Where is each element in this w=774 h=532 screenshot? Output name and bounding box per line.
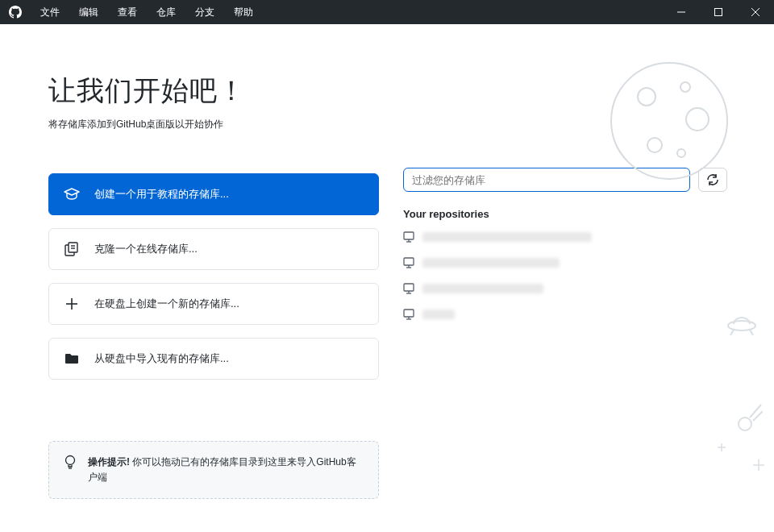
action-label: 在硬盘上创建一个新的存储库... — [94, 297, 239, 311]
add-existing-repo-button[interactable]: 从硬盘中导入现有的存储库... — [48, 338, 379, 380]
maximize-button[interactable] — [700, 0, 737, 24]
menu-branch[interactable]: 分支 — [185, 6, 224, 19]
svg-rect-5 — [69, 243, 77, 252]
moon-illustration-icon — [605, 56, 734, 185]
plus-icon — [64, 297, 80, 310]
svg-rect-18 — [404, 232, 414, 239]
menu-view[interactable]: 查看 — [108, 6, 147, 19]
comet-icon — [734, 401, 763, 434]
desktop-icon — [403, 283, 414, 294]
svg-point-17 — [677, 149, 685, 157]
clone-icon — [64, 242, 80, 256]
desktop-icon — [403, 257, 414, 268]
lightbulb-icon — [64, 455, 77, 485]
menu-help[interactable]: 帮助 — [224, 6, 263, 19]
action-label: 从硬盘中导入现有的存储库... — [94, 351, 229, 366]
svg-point-15 — [686, 108, 709, 131]
github-logo-icon — [0, 6, 31, 19]
action-label: 克隆一个在线存储库... — [94, 242, 198, 256]
svg-point-12 — [611, 63, 727, 179]
mortarboard-icon — [64, 188, 80, 201]
repos-heading: Your repositories — [403, 208, 727, 220]
repo-list — [403, 228, 727, 323]
svg-rect-27 — [404, 310, 414, 317]
svg-point-30 — [728, 321, 755, 330]
menu-file[interactable]: 文件 — [31, 6, 69, 19]
repo-item[interactable] — [403, 280, 727, 297]
svg-point-10 — [66, 456, 75, 465]
minimize-button[interactable] — [663, 0, 700, 24]
page-title: 让我们开始吧！ — [48, 73, 379, 110]
svg-point-33 — [739, 418, 751, 430]
repo-name-redacted — [422, 284, 543, 293]
star-icon — [753, 459, 764, 471]
desktop-icon — [403, 231, 414, 243]
repo-item[interactable] — [403, 254, 727, 272]
clone-repo-button[interactable]: 克隆一个在线存储库... — [48, 228, 379, 270]
close-button[interactable] — [737, 0, 774, 24]
svg-rect-1 — [715, 9, 722, 16]
menu-repository[interactable]: 仓库 — [147, 6, 185, 19]
folder-icon — [64, 353, 80, 364]
svg-point-13 — [638, 88, 655, 106]
repo-item[interactable] — [403, 305, 727, 323]
svg-point-16 — [647, 138, 662, 152]
repo-name-redacted — [422, 232, 592, 242]
repo-item[interactable] — [403, 228, 727, 246]
action-label: 创建一个用于教程的存储库... — [94, 187, 229, 202]
svg-point-14 — [680, 82, 690, 92]
page-subtitle: 将存储库添加到GitHub桌面版以开始协作 — [48, 118, 379, 131]
repo-name-redacted — [422, 310, 455, 319]
app-menu: 文件 编辑 查看 仓库 分支 帮助 — [31, 6, 263, 19]
svg-line-34 — [750, 405, 761, 418]
titlebar: 文件 编辑 查看 仓库 分支 帮助 — [0, 0, 774, 24]
svg-line-32 — [750, 330, 753, 335]
pro-tip-box: 操作提示! 你可以拖动已有的存储库目录到这里来导入GitHub客户端 — [48, 441, 379, 499]
ufo-icon — [726, 308, 758, 337]
star-icon — [718, 443, 726, 451]
repo-name-redacted — [422, 258, 560, 268]
svg-line-31 — [730, 330, 734, 335]
window-controls — [663, 0, 774, 24]
create-new-repo-button[interactable]: 在硬盘上创建一个新的存储库... — [48, 283, 379, 325]
tip-text: 操作提示! 你可以拖动已有的存储库目录到这里来导入GitHub客户端 — [88, 455, 364, 485]
create-tutorial-repo-button[interactable]: 创建一个用于教程的存储库... — [48, 173, 379, 215]
desktop-icon — [403, 309, 414, 320]
svg-rect-21 — [404, 258, 414, 265]
svg-rect-24 — [404, 284, 414, 291]
menu-edit[interactable]: 编辑 — [69, 6, 108, 19]
